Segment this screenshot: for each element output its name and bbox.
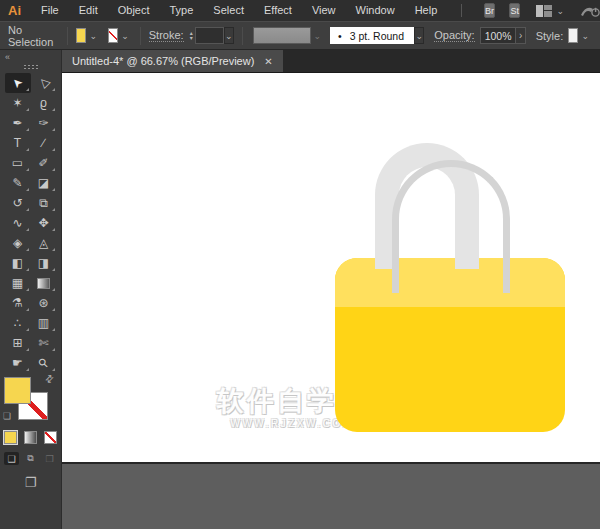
fill-stroke-block: ⇄ ❏	[0, 373, 61, 423]
rectangle-tool[interactable]: ▭	[5, 153, 31, 173]
color-button[interactable]	[4, 431, 17, 444]
style-label: Style:	[536, 30, 564, 42]
free-transform-tool[interactable]: ✥	[31, 213, 57, 233]
line-segment-tool[interactable]: ∕	[31, 133, 57, 153]
control-divider	[242, 27, 243, 45]
stroke-weight-field[interactable]	[195, 27, 224, 44]
workspace-switcher-icon[interactable]	[536, 5, 552, 17]
opacity-expand-button[interactable]: ›	[516, 27, 525, 44]
rotate-tool[interactable]: ↺	[5, 193, 31, 213]
control-divider	[67, 27, 68, 45]
draw-behind-button[interactable]: ⧉	[23, 452, 38, 465]
brush-definition-preview[interactable]	[253, 27, 311, 44]
padlock-shackle-shape[interactable]	[375, 143, 479, 269]
variable-width-profile-dropdown[interactable]: • 3 pt. Round	[330, 27, 414, 44]
eyedropper-tool[interactable]: ⚗	[5, 293, 31, 313]
swap-fill-stroke-icon[interactable]: ⇄	[42, 372, 56, 386]
document-area: Untitled-4* @ 66.67% (RGB/Preview) ✕ 软件自…	[62, 50, 600, 529]
hand-tool[interactable]: ☛	[5, 353, 31, 373]
curvature-pen-tool[interactable]: ✑	[31, 113, 57, 133]
zoom-tool[interactable]: ⚲	[31, 353, 57, 373]
menu-bar: Ai File Edit Object Type Select Effect V…	[0, 0, 600, 21]
symbol-sprayer-tool[interactable]: ∴	[5, 313, 31, 333]
panel-grip-handle[interactable]	[23, 64, 39, 69]
magic-wand-tool[interactable]: ✶	[5, 93, 31, 113]
document-tab-bar: Untitled-4* @ 66.67% (RGB/Preview) ✕	[62, 50, 600, 73]
gradient-button[interactable]	[24, 431, 37, 444]
fill-chevron-down-icon[interactable]: ⌄	[86, 31, 100, 41]
menu-type[interactable]: Type	[160, 0, 204, 21]
workspace: « ➤ ▷ ✶ ϱ ✒ ✑ T ∕ ▭ ✐ ✎ ◪ ↺ ⧉ ∿ ✥ ◈ ◬	[0, 50, 600, 529]
workspace-chevron-down-icon[interactable]: ⌄	[556, 6, 564, 16]
pasteboard	[62, 462, 600, 529]
pen-tool[interactable]: ✒	[5, 113, 31, 133]
column-graph-tool[interactable]: ▥	[31, 313, 57, 333]
eraser-tool[interactable]: ◪	[31, 173, 57, 193]
document-tab-title: Untitled-4* @ 66.67% (RGB/Preview)	[72, 55, 254, 67]
live-paint-bucket-tool[interactable]: ◧	[5, 253, 31, 273]
cs-live-power-icon[interactable]	[580, 4, 600, 18]
styles-panel-button[interactable]: St	[509, 3, 520, 18]
pencil-tool[interactable]: ✎	[5, 173, 31, 193]
slice-tool[interactable]: ✄	[31, 333, 57, 353]
default-fill-stroke-icon[interactable]: ❏	[3, 411, 11, 421]
illustrator-window: Ai File Edit Object Type Select Effect V…	[0, 0, 600, 529]
draw-inside-button[interactable]: ❒	[42, 452, 57, 465]
shape-builder-tool[interactable]: ◈	[5, 233, 31, 253]
brush-chevron-down-icon[interactable]: ⌄	[311, 31, 325, 41]
profile-chevron-down-icon[interactable]: ⌄	[414, 27, 424, 44]
selection-tool[interactable]: ➤	[5, 73, 31, 93]
type-tool[interactable]: T	[5, 133, 31, 153]
stroke-label[interactable]: Stroke:	[149, 29, 184, 42]
profile-bullet: •	[338, 30, 342, 42]
opacity-field[interactable]: 100%	[480, 27, 517, 44]
draw-normal-button[interactable]: ❑	[4, 452, 19, 465]
menu-effect[interactable]: Effect	[254, 0, 302, 21]
lasso-tool[interactable]: ϱ	[31, 93, 57, 113]
menu-select[interactable]: Select	[203, 0, 254, 21]
app-logo-icon[interactable]: Ai	[8, 3, 21, 18]
brushes-panel-button[interactable]: Br	[484, 3, 495, 18]
menu-file[interactable]: File	[31, 0, 69, 21]
tool-grid: ➤ ▷ ✶ ϱ ✒ ✑ T ∕ ▭ ✐ ✎ ◪ ↺ ⧉ ∿ ✥ ◈ ◬ ◧ ◨	[0, 73, 61, 373]
control-bar: No Selection ⌄ ⌄ Stroke: ▴▾ ⌄ ⌄ • 3 pt. …	[0, 21, 600, 50]
collapse-panel-icon[interactable]: «	[5, 52, 10, 62]
none-button[interactable]	[44, 431, 57, 444]
style-swatch[interactable]	[568, 28, 578, 43]
fill-swatch-large[interactable]	[4, 377, 31, 404]
stroke-weight-stepper[interactable]: ▴▾	[190, 31, 193, 41]
menu-help[interactable]: Help	[405, 0, 448, 21]
blend-tool[interactable]: ⊛	[31, 293, 57, 313]
perspective-grid-tool[interactable]: ◬	[31, 233, 57, 253]
menubar-divider	[461, 4, 462, 17]
fill-color-swatch[interactable]	[76, 28, 86, 43]
selection-status: No Selection	[8, 24, 53, 48]
artboard-canvas[interactable]: 软件自学网 WWW.RJZXW.COM	[62, 73, 600, 529]
drawing-modes-row: ❑ ⧉ ❒	[0, 452, 61, 465]
profile-value: 3 pt. Round	[350, 30, 404, 42]
stroke-weight-chevron-icon[interactable]: ⌄	[224, 27, 234, 44]
menu-object[interactable]: Object	[108, 0, 160, 21]
menu-edit[interactable]: Edit	[69, 0, 108, 21]
direct-selection-tool[interactable]: ▷	[31, 73, 57, 93]
width-tool[interactable]: ∿	[5, 213, 31, 233]
paintbrush-tool[interactable]: ✐	[31, 153, 57, 173]
stroke-chevron-down-icon[interactable]: ⌄	[118, 31, 132, 41]
mesh-tool[interactable]: ▦	[5, 273, 31, 293]
tab-close-icon[interactable]: ✕	[264, 56, 272, 67]
screen-mode-button[interactable]: ❐	[0, 475, 61, 490]
control-divider	[140, 27, 141, 45]
document-tab[interactable]: Untitled-4* @ 66.67% (RGB/Preview) ✕	[62, 50, 283, 72]
scale-tool[interactable]: ⧉	[31, 193, 57, 213]
menu-view[interactable]: View	[302, 0, 346, 21]
tools-panel: « ➤ ▷ ✶ ϱ ✒ ✑ T ∕ ▭ ✐ ✎ ◪ ↺ ⧉ ∿ ✥ ◈ ◬	[0, 50, 62, 529]
gradient-tool[interactable]	[31, 273, 57, 293]
stroke-color-swatch[interactable]	[108, 28, 118, 43]
artboard-tool[interactable]: ⊞	[5, 333, 31, 353]
menu-window[interactable]: Window	[346, 0, 405, 21]
opacity-label[interactable]: Opacity:	[434, 29, 474, 42]
live-paint-selection-tool[interactable]: ◨	[31, 253, 57, 273]
style-chevron-down-icon[interactable]: ⌄	[578, 31, 592, 41]
paint-style-row	[0, 431, 61, 444]
